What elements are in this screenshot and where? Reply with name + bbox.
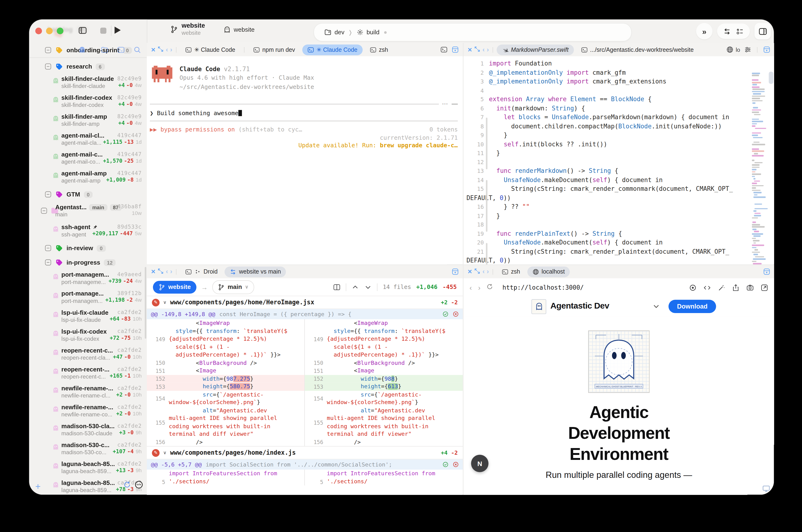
close-pane-icon[interactable]: ✕ <box>151 268 156 275</box>
tab-droid[interactable]: Droid <box>180 266 223 277</box>
approve-hunk-icon[interactable] <box>442 461 448 468</box>
breadcrumb-folder[interactable]: dev <box>324 28 344 36</box>
add-worktree-button[interactable]: + <box>35 482 41 491</box>
collapse-panels-button[interactable]: » <box>696 23 712 39</box>
prompt-text[interactable]: Build something awesome <box>157 110 238 117</box>
next-change-icon[interactable] <box>364 283 372 290</box>
swap-arrows-icon[interactable] <box>723 27 731 35</box>
toggle-right-panel-button[interactable] <box>755 23 771 39</box>
close-pane-icon[interactable]: ✕ <box>467 46 472 53</box>
close-pane-icon[interactable]: ✕ <box>467 268 472 275</box>
open-external-icon[interactable] <box>761 284 768 291</box>
editor-scrollbar-thumb[interactable] <box>769 72 773 84</box>
notification-badge[interactable]: N <box>471 455 489 472</box>
screenshot-icon[interactable] <box>746 284 754 291</box>
reject-hunk-icon[interactable] <box>453 311 459 317</box>
tag-group-row[interactable]: GTM0 <box>29 187 147 202</box>
expand-pane-icon[interactable] <box>158 45 164 54</box>
chevron-down-icon[interactable] <box>653 303 660 312</box>
stop-button[interactable] <box>100 28 107 34</box>
magic-cursor-icon[interactable] <box>718 284 725 291</box>
prompt-input-box[interactable]: ⋯ ❯ Build something awesome <box>150 102 458 121</box>
worktree-row[interactable]: agent-mail-c...agent-mail-co...419c447+1… <box>29 149 147 168</box>
worktree-row[interactable]: port-manage...port-managem...389f12b+1,1… <box>29 288 147 307</box>
worktree-row[interactable]: newfile-rename-...newfile-rename-co...ca… <box>29 402 147 421</box>
task-breadcrumb[interactable]: dev ❭ build <box>313 23 632 41</box>
share-icon[interactable] <box>732 284 740 291</box>
sidebar-scrollbar[interactable] <box>145 267 146 339</box>
tab-zsh[interactable]: zsh <box>497 266 525 277</box>
toggle-sidebar-icon[interactable] <box>78 26 87 37</box>
diff-viewer[interactable]: ✎∨www/components/pages/home/HeroImage.js… <box>147 296 463 495</box>
tab-zsh[interactable]: zsh <box>365 44 393 55</box>
tab--claude-code[interactable]: ✳ Claude Code <box>302 44 362 55</box>
worktree-row[interactable]: reopen-recent-...reopen-recent-c...ca2fd… <box>29 364 147 383</box>
collapse-chevron-icon[interactable]: ∨ <box>163 300 167 305</box>
worktree-row[interactable]: reopen-recent-c...reopen-recent-cla...ca… <box>29 345 147 364</box>
repo-row[interactable]: Agentast...main87main436ba8f10w <box>29 202 147 222</box>
splitplus-icon[interactable] <box>763 268 770 275</box>
close-window-button[interactable] <box>35 28 42 34</box>
worktree-row[interactable]: skill-finder-codexskill-finder-codex82c4… <box>29 93 147 112</box>
nav-back-icon[interactable]: ‹ <box>482 269 484 274</box>
forward-button[interactable]: › <box>478 284 480 292</box>
nav-back-icon[interactable]: ‹ <box>166 47 168 52</box>
reject-hunk-icon[interactable] <box>453 461 459 468</box>
diff-file-header[interactable]: ✎∨www/components/pages/home/index.js+4 -… <box>147 446 463 459</box>
target-branch-pill[interactable]: main ∨ <box>212 280 254 294</box>
worktree-row[interactable]: agent-mail-cl...agent-mail-cla...419c447… <box>29 131 147 149</box>
inspect-icon[interactable] <box>689 284 696 291</box>
expand-pane-icon[interactable] <box>474 267 480 276</box>
worktree-row[interactable]: skill-finder-claudeskill-finder-claude82… <box>29 74 147 93</box>
agent-session-label[interactable]: website <box>224 26 254 33</box>
worktree-row[interactable]: agent-mail-ampagent-mail-amp419c447+1,00… <box>29 168 147 187</box>
breadcrumb-task[interactable]: build <box>356 28 380 36</box>
tab-localhost[interactable]: localhost <box>527 266 570 277</box>
tab-website-vs-main[interactable]: website vs main <box>225 266 286 277</box>
splitplus-icon[interactable] <box>763 46 770 53</box>
tab--claude-code[interactable]: ✳ Claude Code <box>180 44 240 55</box>
split-view-icon[interactable] <box>333 283 341 290</box>
back-button[interactable]: ‹ <box>470 284 472 292</box>
run-button[interactable] <box>115 26 121 34</box>
expand-pane-icon[interactable] <box>474 45 480 54</box>
checklist-icon[interactable] <box>736 27 744 35</box>
prompt-line[interactable]: ❯ Build something awesome <box>150 110 458 117</box>
sliders-icon[interactable] <box>744 46 751 53</box>
worktree-row[interactable]: ssh-agentssh-agent89d533c+209,117-4475w <box>29 222 147 241</box>
nav-forward-icon[interactable]: › <box>486 47 489 52</box>
refresh-icon[interactable] <box>123 481 131 491</box>
worktree-row[interactable]: lsp-ui-fix-claudelsp-ui-fix-claudeca2fde… <box>29 307 147 326</box>
claude-code-terminal[interactable]: Claude Code v2.1.71 Opus 4.6 with high e… <box>147 56 463 265</box>
nav-forward-icon[interactable]: › <box>170 47 172 52</box>
worktree-row[interactable]: skill-finder-ampskill-finder-amp82c49e9+… <box>29 112 147 131</box>
base-branch-pill[interactable]: website <box>153 281 196 293</box>
minimap[interactable] <box>752 73 767 264</box>
approve-hunk-icon[interactable] <box>442 311 448 317</box>
nav-forward-icon[interactable]: › <box>486 269 489 274</box>
worktree-row[interactable]: newfile-rename-...newfile-rename-cl...ca… <box>29 383 147 402</box>
reload-icon[interactable] <box>486 283 493 292</box>
tag-group-row[interactable]: research6 <box>29 59 147 74</box>
tag-group-row[interactable]: onboarding-sprint0 <box>29 43 147 57</box>
nav-forward-icon[interactable]: › <box>170 269 172 274</box>
collapse-chevron-icon[interactable]: ∨ <box>163 450 167 455</box>
worktree-row[interactable]: port-managem...port-manageme...4e9aeed+7… <box>29 269 147 288</box>
globe-icon[interactable] <box>727 46 734 53</box>
term-icon[interactable] <box>440 46 447 53</box>
tab-markdownparser-swift[interactable]: MarkdownParser.swift <box>497 44 574 55</box>
prompt-menu-dots[interactable]: ⋯ <box>442 102 448 106</box>
download-button[interactable]: Download <box>668 300 716 313</box>
more-options-icon[interactable] <box>135 480 143 491</box>
tab--src-agentastic-dev-worktrees-website[interactable]: .../src/Agentastic.dev-worktrees/website <box>576 44 699 55</box>
tab-npm-run-dev[interactable]: npm run dev <box>248 44 300 55</box>
diff-file-header[interactable]: ✎∨www/components/pages/home/HeroImage.js… <box>147 296 463 309</box>
view-mode-buttons[interactable] <box>717 24 750 39</box>
close-pane-icon[interactable]: ✕ <box>151 46 156 53</box>
worktree-row[interactable]: laguna-beach-85...laguna-beach-859...ca2… <box>29 459 147 478</box>
display-icon[interactable] <box>762 484 770 495</box>
devtools-icon[interactable] <box>703 284 711 291</box>
nav-back-icon[interactable]: ‹ <box>166 269 168 274</box>
splitplus-icon[interactable] <box>452 268 459 275</box>
code-editor[interactable]: 1import Foundation2@_implementationOnly … <box>463 56 774 265</box>
